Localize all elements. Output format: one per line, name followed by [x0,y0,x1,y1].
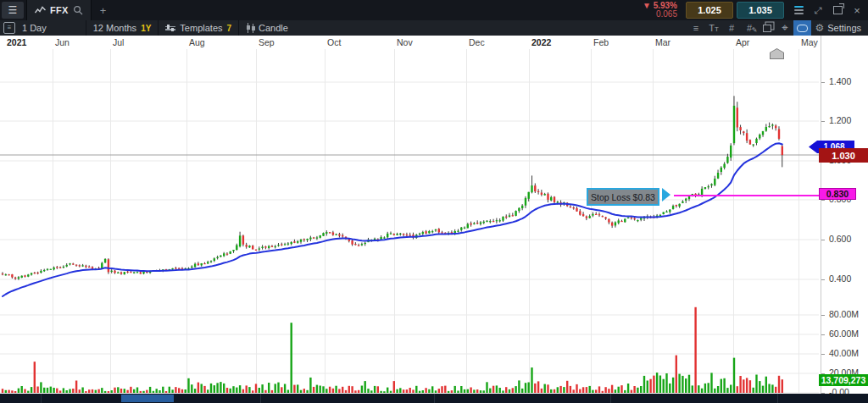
month-label: Feb [593,37,609,47]
axis-lines-icon: ≡ [693,23,698,33]
maximize-icon[interactable]: ⤢ [812,4,824,16]
quote-change: ▼ 5.93% 0.065 [643,2,677,19]
scrollbar-segment [434,394,435,403]
volume-value-tag: 13,709,273 [819,374,868,386]
price-axis[interactable]: 1.4001.2001.0000.8000.6000.40080.00M60.0… [821,36,868,394]
price-volume-chart[interactable] [0,49,819,394]
axis-tick-label: 60.00M [829,328,859,339]
month-label: 2021 [7,37,26,47]
month-label: Mar [655,37,670,47]
chart-type-label: Candle [259,23,288,33]
main-menu-button[interactable]: ☰ [2,2,24,19]
stop-loss-callout-text: Stop Loss $0.83 [591,192,655,202]
scrollbar-segment [610,394,611,403]
axis-tick-mark [821,121,825,122]
settings-button[interactable]: ⚙ Settings [811,22,868,34]
crosshair-tool[interactable]: ⌖ [776,20,793,36]
change-absolute: 0.065 [656,10,677,19]
range-badge: 1Y [141,24,151,33]
scrollbar-segment [260,394,261,403]
search-icon[interactable] [73,5,83,15]
grid-toggle-tool[interactable]: # [722,20,740,36]
stop-loss-callout-arrow-icon [662,188,670,202]
stop-loss-callout[interactable]: Stop Loss $0.83 [587,188,659,206]
templates-button[interactable]: Templates 7 [159,20,238,36]
axis-tick-mark [821,82,825,83]
axis-tick-label: 80.00M [829,309,859,319]
layers-icon [763,25,771,32]
axis-tick-mark [821,279,825,280]
ask-price-box[interactable]: 1.035 [737,2,784,19]
month-label: Dec [469,37,485,47]
range-selector[interactable]: 12 Months 1Y [86,20,159,36]
stop-loss-price-tag[interactable]: 0.830 [819,188,856,200]
crosshair-icon: ⌖ [782,21,787,35]
new-chart-tab-button[interactable]: + [92,0,115,20]
axis-tick-label: 1.200 [829,115,851,125]
bid-price-box[interactable]: 1.025 [686,2,733,19]
chart-legend-icon[interactable]: ≡ [3,22,15,34]
gear-icon: ⚙ [815,22,824,34]
axis-scale-tool[interactable]: ≡ [687,20,704,36]
month-label: Sep [259,37,275,47]
axis-tick-label: 40.00M [829,348,859,358]
chart-toolbar: ≡ 1 Day 12 Months 1Y Templates 7 Candle … [0,20,868,36]
popout-window-icon[interactable] [832,4,843,16]
scrollbar-segment [777,394,778,403]
month-label: Oct [327,37,341,47]
month-label: Jun [55,37,70,47]
scrollbar-segment [41,394,42,403]
selection-rect-icon [797,25,808,32]
window-controls: ⤢ × [793,4,863,16]
month-label: Jul [113,37,124,47]
month-label: May [801,37,818,47]
layers-tool[interactable] [758,20,776,36]
axis-tick-label: 0.600 [829,234,851,244]
selection-tool[interactable] [793,20,811,36]
month-label: Apr [736,37,749,47]
candle-icon [246,23,254,33]
line-chart-icon [35,6,46,14]
hamburger-icon: ☰ [8,4,18,16]
text-tool-icon: TT [709,23,719,33]
chart-window: ☰ FFX + ▼ 5.93% 0.065 1.025 1.035 [0,0,868,403]
legend-toggle-icon[interactable] [793,4,804,16]
last-price-tag: 1.030 [819,148,868,163]
month-label: 2022 [531,37,551,47]
symbol-tab[interactable]: FFX [26,0,92,20]
axis-tick-mark [821,200,825,201]
down-arrow-icon: ▼ [643,1,651,10]
stop-loss-line[interactable] [674,195,819,196]
month-label: Aug [189,37,205,47]
date-axis[interactable]: 2021JunJulAugSepOctNovDec2022FebMarAprMa… [0,36,821,49]
text-annotation-tool[interactable]: TT [704,20,722,36]
bid-price: 1.025 [698,5,721,15]
ask-price: 1.035 [748,5,772,15]
templates-label: Templates [180,23,222,33]
interval-selector[interactable]: 1 Day [15,20,53,36]
time-scrollbar[interactable] [0,394,868,403]
axis-tick-mark [821,240,825,240]
symbol-label: FFX [50,5,69,15]
templates-badge: 7 [227,24,232,33]
scrollbar-thumb[interactable] [121,395,174,402]
interval-label: 1 Day [22,23,47,33]
grid-icon: # [729,23,734,33]
sliders-icon [165,26,175,30]
pencil-icon: ✎ [752,26,758,34]
axis-tick-mark [821,334,825,335]
axis-tick-label: 1.400 [829,76,851,86]
axis-tick-label: 0.400 [829,273,851,284]
settings-label: Settings [827,23,861,33]
title-toolbar: ☰ FFX + ▼ 5.93% 0.065 1.025 1.035 [0,0,868,20]
close-icon[interactable]: × [851,4,863,16]
plus-icon: + [100,4,107,17]
range-label: 12 Months [93,23,136,33]
chart-type-button[interactable]: Candle [239,20,295,36]
axis-tick-mark [821,315,825,316]
axis-tick-mark [821,354,825,355]
month-label: Nov [397,37,413,47]
grid-edit-tool[interactable]: # ✎ [740,20,758,36]
